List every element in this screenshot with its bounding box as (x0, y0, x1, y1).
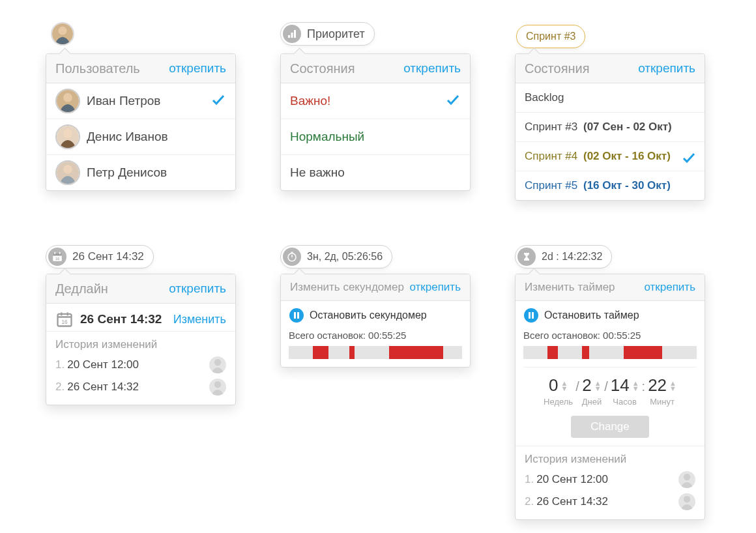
svg-point-18 (214, 359, 221, 366)
history-item: 1. 20 Сент 12:00 (55, 354, 226, 376)
sprint-row[interactable]: Спринт #5 (16 Окт - 30 Окт) (516, 171, 705, 200)
avatar-icon (209, 379, 226, 396)
history-num: 1. (55, 358, 65, 371)
sprint-row-label: Спринт #5 (525, 179, 577, 192)
check-icon (211, 92, 226, 110)
spinner-sep: / (604, 375, 608, 394)
sprint-pill-label: Спринт #3 (526, 31, 575, 42)
sprint-row-range: (16 Окт - 30 Окт) (583, 179, 671, 192)
deadline-value: 26 Сент 14:32 (80, 312, 162, 326)
spinner-arrows-icon[interactable]: ▲▼ (560, 381, 568, 391)
sprint-pill[interactable]: Спринт #3 (516, 25, 585, 48)
deadline-pill-label: 26 Сент 14:32 (72, 250, 144, 263)
svg-rect-25 (529, 312, 531, 319)
avatar-icon (55, 124, 80, 149)
priority-label: Не важно (290, 166, 345, 180)
user-chip[interactable] (51, 22, 74, 46)
spinner-sep: : (642, 375, 646, 394)
deadline-pill[interactable]: 16 26 Сент 14:32 (46, 245, 154, 268)
history-item: 2. 26 Сент 14:32 (55, 376, 226, 398)
sprint-row[interactable]: Спринт #3 (07 Сен - 02 Окт) (516, 113, 705, 142)
spinner-arrows-icon[interactable]: ▲▼ (594, 381, 602, 391)
timer-action[interactable]: Остановить таймер (523, 308, 697, 323)
svg-point-19 (214, 381, 221, 388)
timer-pill[interactable]: 2d : 14:22:32 (515, 245, 612, 268)
user-popover: Пользователь открепить Иван Петров Денис… (46, 53, 236, 191)
history-num: 2. (55, 381, 65, 394)
svg-rect-9 (291, 33, 293, 38)
history-title: История изменений (46, 332, 235, 354)
unpin-link[interactable]: открепить (409, 281, 461, 294)
history-value: 20 Сент 12:00 (536, 473, 608, 486)
unpin-link[interactable]: открепить (169, 61, 226, 76)
user-name: Иван Петров (87, 94, 160, 108)
spinner-weeks[interactable]: 0▲▼ Недель (544, 375, 573, 407)
priority-row[interactable]: Нормальный (281, 119, 470, 155)
svg-point-3 (63, 93, 72, 102)
svg-rect-12 (53, 253, 62, 256)
stopwatch-pill[interactable]: 3н, 2д, 05:26:56 (280, 245, 392, 268)
unpin-link[interactable]: открепить (638, 61, 695, 76)
timer-popover-title: Изменить таймер (525, 281, 615, 294)
svg-point-24 (524, 308, 538, 323)
spinner-hours[interactable]: 14▲▼ Часов (611, 375, 639, 407)
history-title: История изменений (516, 446, 705, 468)
priority-pill[interactable]: Приоритет (280, 22, 375, 46)
priority-pill-label: Приоритет (307, 27, 365, 41)
hourglass-icon (517, 248, 536, 266)
avatar-icon (209, 356, 226, 373)
svg-text:16: 16 (55, 257, 60, 261)
history-num: 1. (525, 473, 534, 486)
timer-change-button[interactable]: Change (571, 416, 649, 438)
priority-label: Нормальный (290, 130, 364, 144)
priority-row[interactable]: Важно! (281, 83, 470, 119)
spinner-label: Минут (650, 397, 675, 407)
spinner-value: 2 (582, 375, 591, 396)
priority-row[interactable]: Не важно (281, 155, 470, 190)
history-item: 2. 26 Сент 14:32 (525, 491, 695, 513)
spinner-label: Часов (613, 397, 637, 407)
sprint-row-range: (02 Окт - 16 Окт) (583, 150, 671, 162)
unpin-link[interactable]: открепить (403, 61, 461, 76)
svg-rect-13 (55, 252, 56, 255)
svg-point-1 (59, 27, 67, 35)
sprint-row[interactable]: Спринт #4 (02 Окт - 16 Окт) (516, 142, 705, 171)
pause-icon (523, 308, 539, 323)
stopwatch-popover-title: Изменить секундомер (290, 281, 404, 294)
spinner-days[interactable]: 2▲▼ Дней (582, 375, 602, 407)
spinner-arrows-icon[interactable]: ▲▼ (632, 381, 639, 391)
svg-point-5 (63, 129, 72, 138)
unpin-link[interactable]: открепить (169, 281, 226, 296)
spinner-arrows-icon[interactable]: ▲▼ (669, 381, 676, 391)
deadline-change-link[interactable]: Изменить (173, 313, 226, 326)
avatar-icon (55, 160, 80, 185)
timer-bar (523, 346, 697, 359)
svg-text:16: 16 (61, 319, 68, 325)
spinner-label: Недель (544, 397, 573, 407)
svg-rect-10 (294, 30, 296, 38)
deadline-popover-title: Дедлайн (55, 281, 108, 296)
priority-popover-title: Состояния (290, 61, 355, 76)
stopwatch-popover: Изменить секундомер открепить Остановить… (280, 274, 471, 367)
spinner-label: Дней (582, 397, 602, 407)
sprint-row-label: Спринт #4 (525, 150, 577, 162)
user-row[interactable]: Денис Иванов (46, 119, 235, 155)
history-item: 1. 20 Сент 12:00 (525, 468, 695, 491)
spinner-value: 22 (648, 375, 667, 396)
sprint-row[interactable]: Backlog (516, 83, 705, 113)
svg-rect-22 (294, 312, 296, 319)
sprint-row-label: Спринт #3 (525, 121, 577, 133)
svg-point-27 (684, 474, 690, 480)
check-icon (681, 150, 697, 169)
user-row[interactable]: Иван Петров (46, 83, 235, 119)
spinner-minutes[interactable]: 22▲▼ Минут (648, 375, 676, 407)
timer-action-label: Остановить таймер (544, 310, 639, 321)
stopwatch-action[interactable]: Остановить секундомер (289, 308, 462, 323)
stopwatch-action-label: Остановить секундомер (310, 310, 427, 321)
history-num: 2. (525, 495, 534, 508)
bars-icon (283, 25, 301, 43)
svg-point-21 (289, 308, 304, 323)
unpin-link[interactable]: открепить (644, 281, 695, 294)
user-row[interactable]: Петр Денисов (46, 155, 235, 190)
user-name: Денис Иванов (87, 130, 168, 144)
